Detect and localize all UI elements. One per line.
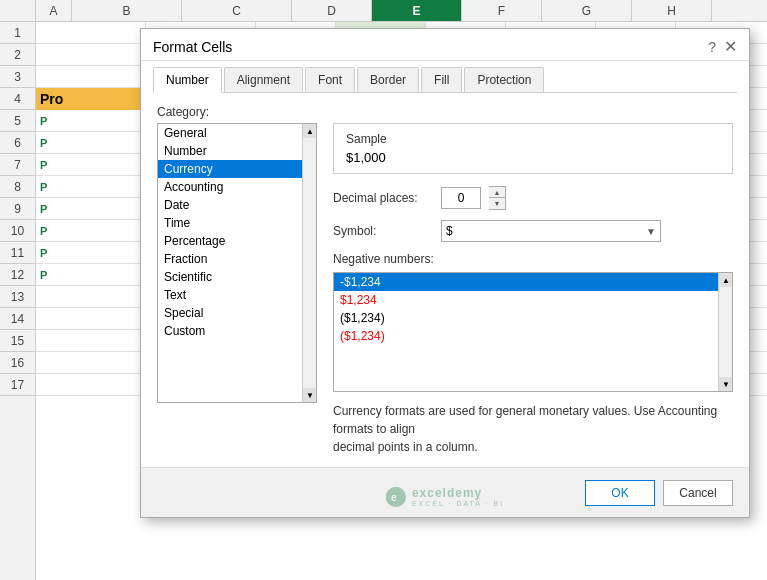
- row-header: 5: [0, 110, 35, 132]
- row-header: 10: [0, 220, 35, 242]
- category-item-number[interactable]: Number: [158, 142, 316, 160]
- watermark-text: exceldemy EXCEL · DATA · BI: [412, 486, 504, 507]
- sample-value: $1,000: [346, 150, 720, 165]
- col-g: G: [542, 0, 632, 21]
- watermark-logo-icon: e: [386, 487, 406, 507]
- ok-button[interactable]: OK: [585, 480, 655, 506]
- category-item-percentage[interactable]: Percentage: [158, 232, 316, 250]
- row-header: 16: [0, 352, 35, 374]
- sample-label: Sample: [346, 132, 720, 146]
- neg-scroll-up-button[interactable]: ▲: [719, 273, 733, 287]
- category-item-accounting[interactable]: Accounting: [158, 178, 316, 196]
- tab-alignment[interactable]: Alignment: [224, 67, 303, 92]
- category-item-custom[interactable]: Custom: [158, 322, 316, 340]
- grid-cell: P: [36, 132, 146, 154]
- dialog-titlebar: Format Cells ? ✕: [141, 29, 749, 61]
- negative-list-wrapper: -$1,234 $1,234 ($1,234) ($1,234) ▲ ▼: [333, 272, 733, 392]
- negative-item-2[interactable]: $1,234: [334, 291, 732, 309]
- scroll-up-button[interactable]: ▲: [303, 124, 317, 138]
- decimal-spinner: ▲ ▼: [489, 186, 506, 210]
- negative-label: Negative numbers:: [333, 252, 733, 266]
- grid-cell: [36, 66, 146, 88]
- neg-scroll-down-button[interactable]: ▼: [719, 377, 733, 391]
- category-label: Category:: [157, 105, 733, 119]
- tab-number[interactable]: Number: [153, 67, 222, 93]
- grid-cell: [36, 308, 146, 330]
- watermark-sub-text: EXCEL · DATA · BI: [412, 500, 504, 507]
- category-item-text[interactable]: Text: [158, 286, 316, 304]
- column-headers: A B C D E F G H: [0, 0, 767, 22]
- decimal-input[interactable]: [441, 187, 481, 209]
- row-header: 13: [0, 286, 35, 308]
- grid-cell: [36, 44, 146, 66]
- grid-cell: [36, 286, 146, 308]
- dialog-content: Category: General Number Currency Accoun…: [141, 93, 749, 468]
- col-a: A: [36, 0, 72, 21]
- symbol-value: $: [446, 224, 453, 238]
- close-button[interactable]: ✕: [724, 37, 737, 56]
- negative-scrollbar[interactable]: ▲ ▼: [718, 273, 732, 391]
- row-header: 14: [0, 308, 35, 330]
- category-list: General Number Currency Accounting Date …: [158, 124, 316, 340]
- category-item-time[interactable]: Time: [158, 214, 316, 232]
- symbol-label: Symbol:: [333, 224, 433, 238]
- grid-cell: [36, 330, 146, 352]
- grid-cell: [36, 352, 146, 374]
- watermark-icon: e: [386, 487, 406, 507]
- category-item-fraction[interactable]: Fraction: [158, 250, 316, 268]
- help-button[interactable]: ?: [708, 39, 716, 55]
- negative-item-4[interactable]: ($1,234): [334, 327, 732, 345]
- category-item-date[interactable]: Date: [158, 196, 316, 214]
- negative-list-container[interactable]: -$1,234 $1,234 ($1,234) ($1,234) ▲ ▼: [333, 272, 733, 392]
- row-header: 11: [0, 242, 35, 264]
- col-c: C: [182, 0, 292, 21]
- grid-cell: P: [36, 242, 146, 264]
- grid-cell: P: [36, 154, 146, 176]
- watermark: e exceldemy EXCEL · DATA · BI: [386, 486, 504, 507]
- svg-text:e: e: [391, 492, 397, 503]
- cancel-button[interactable]: Cancel: [663, 480, 733, 506]
- decimal-up-button[interactable]: ▲: [489, 187, 505, 198]
- row-header: 15: [0, 330, 35, 352]
- category-item-general[interactable]: General: [158, 124, 316, 142]
- grid-cell: P: [36, 264, 146, 286]
- sample-section: Sample $1,000: [333, 123, 733, 174]
- col-e: E: [372, 0, 462, 21]
- row-header: 6: [0, 132, 35, 154]
- grid-cell: P: [36, 220, 146, 242]
- decimal-down-button[interactable]: ▼: [489, 198, 505, 209]
- grid-cell: P: [36, 176, 146, 198]
- tab-font[interactable]: Font: [305, 67, 355, 92]
- negative-list: -$1,234 $1,234 ($1,234) ($1,234): [334, 273, 732, 345]
- main-area: General Number Currency Accounting Date …: [157, 123, 733, 456]
- symbol-dropdown[interactable]: $ ▼: [441, 220, 661, 242]
- symbol-row: Symbol: $ ▼: [333, 220, 733, 242]
- col-b: B: [72, 0, 182, 21]
- scroll-down-button[interactable]: ▼: [303, 388, 317, 402]
- tab-border[interactable]: Border: [357, 67, 419, 92]
- row-header: 9: [0, 198, 35, 220]
- dialog-controls: ? ✕: [708, 37, 737, 56]
- dialog-title: Format Cells: [153, 39, 232, 55]
- tab-fill[interactable]: Fill: [421, 67, 462, 92]
- row-header: 7: [0, 154, 35, 176]
- dropdown-arrow-icon: ▼: [646, 226, 656, 237]
- category-item-scientific[interactable]: Scientific: [158, 268, 316, 286]
- category-item-special[interactable]: Special: [158, 304, 316, 322]
- grid-cell-pro: Pro: [36, 88, 146, 110]
- negative-item-3[interactable]: ($1,234): [334, 309, 732, 327]
- row-header: 3: [0, 66, 35, 88]
- watermark-main-text: exceldemy: [412, 486, 504, 500]
- category-list-wrapper: General Number Currency Accounting Date …: [157, 123, 317, 456]
- row-header: 8: [0, 176, 35, 198]
- tab-protection[interactable]: Protection: [464, 67, 544, 92]
- category-list-container[interactable]: General Number Currency Accounting Date …: [157, 123, 317, 403]
- category-scrollbar[interactable]: ▲ ▼: [302, 124, 316, 402]
- negative-item-1[interactable]: -$1,234: [334, 273, 732, 291]
- row-header: 1: [0, 22, 35, 44]
- category-item-currency[interactable]: Currency: [158, 160, 316, 178]
- row-header: 12: [0, 264, 35, 286]
- format-cells-dialog: Format Cells ? ✕ Number Alignment Font B…: [140, 28, 750, 518]
- description-text: Currency formats are used for general mo…: [333, 392, 733, 456]
- col-d: D: [292, 0, 372, 21]
